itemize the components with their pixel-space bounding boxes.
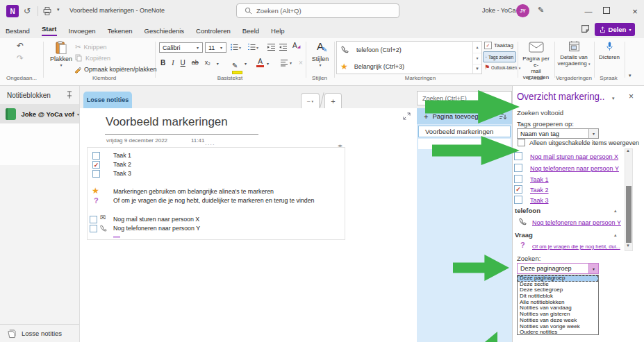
scroll-up-icon[interactable]: ▲ [626, 148, 630, 153]
task-checkbox-2[interactable]: ✓ [92, 161, 100, 169]
show-unchecked-checkbox[interactable] [518, 139, 525, 146]
tag-phone-item[interactable]: telefoon (Ctrl+2) [337, 42, 481, 58]
bullet-list-button[interactable]: ▾ [230, 43, 241, 51]
menu-beeld[interactable]: Beeld [242, 27, 259, 35]
todo-phone-checkbox[interactable] [90, 225, 97, 232]
italic-button[interactable]: I [172, 59, 174, 67]
scope-option-9[interactable]: Oudere notities [518, 330, 598, 336]
menu-invoegen[interactable]: Invoegen [69, 27, 96, 35]
menu-geschiedenis[interactable]: Geschiedenis [145, 27, 185, 35]
task-label-2[interactable]: Taak 2 [113, 161, 131, 168]
font-color-chevron-icon[interactable]: ▾ [267, 61, 269, 66]
tag-group-vraag-item[interactable]: Of om je vragen die je nog hebt, dui... [532, 243, 620, 250]
tag-checkbox-0[interactable] [514, 152, 522, 160]
tag-checkbox-3[interactable]: ✓ [514, 185, 522, 194]
maximize-button[interactable] [603, 7, 610, 14]
note-star-text[interactable]: Markeringen gebruiken om belangrijke ali… [113, 188, 274, 195]
font-name-select[interactable]: Calibri▾ [159, 42, 203, 53]
copy-button[interactable]: Kopiëren [75, 54, 110, 62]
todo-phone-text[interactable]: Nog telefoneren naar persoon Y [113, 225, 200, 232]
paragraph-align-button[interactable]: ▾ [280, 59, 292, 67]
cut-button[interactable]: ✂ Knippen [75, 43, 106, 51]
sidebar-item-notebook[interactable]: Joke @ YoCa vof ▾ [0, 104, 79, 123]
page-title[interactable]: Voorbeeld markeringen [106, 115, 228, 129]
menu-controleren[interactable]: Controleren [196, 27, 231, 35]
numbered-list-button[interactable]: ▾ [247, 43, 258, 51]
collapse-group-telefoon-icon[interactable]: ▴ [614, 208, 617, 214]
share-button[interactable]: Delen ▾ [595, 23, 635, 36]
add-section-tab[interactable]: + [324, 93, 342, 108]
dictate-button[interactable]: Dicteren [596, 40, 622, 75]
tag-link-1[interactable]: Nog telefoneren naar persoon Y [530, 165, 619, 172]
task-label-3[interactable]: Taak 3 [113, 170, 131, 177]
global-search-input[interactable]: Zoeken (Alt+Q) [236, 3, 399, 18]
outlook-tasks-button[interactable]: ⚑ Outlook-taken ▾ [484, 65, 520, 71]
task-tag-button[interactable]: ✓ Taaktag [484, 42, 513, 49]
tag-scroll-down-icon[interactable]: ▾ [473, 53, 481, 65]
tag-link-3[interactable]: Taak 2 [530, 187, 549, 194]
tag-important-item[interactable]: ★ Belangrijk (Ctrl+3) [337, 58, 481, 75]
styles-button[interactable]: A ✎ Stijlen ▾ [308, 40, 333, 75]
tag-checkbox-4[interactable] [514, 196, 522, 204]
underline-button[interactable]: U [181, 59, 185, 67]
meeting-details-button[interactable]: Details van vergadering ▾ [556, 40, 591, 75]
todo-mail-checkbox[interactable] [90, 216, 97, 223]
tag-checkbox-1[interactable] [514, 164, 522, 172]
menu-start[interactable]: Start [42, 25, 57, 36]
todo-mail-text[interactable]: Nog mail sturen naar persoon X [113, 216, 199, 223]
scroll-down-icon[interactable]: ▼ [626, 243, 630, 248]
note-window-icon[interactable] [581, 24, 590, 33]
email-page-button[interactable]: Pagina per e- mail verzenden [520, 40, 552, 75]
quick-access-chevron-icon[interactable]: ▾ [57, 7, 60, 12]
menu-help[interactable]: Help [271, 27, 285, 35]
sidebar-item-loose-notes[interactable]: Losse notities [0, 325, 79, 342]
subscript-button[interactable]: x₂ [205, 59, 210, 66]
note-question-text[interactable]: Of om je vragen die je nog hebt, duideli… [113, 197, 315, 204]
delete-button[interactable]: × [299, 59, 303, 67]
tag-checkbox-2[interactable] [514, 175, 522, 183]
tag-group-telefoon-item[interactable]: Nog telefoneren naar persoon Y [532, 219, 621, 226]
tag-link-2[interactable]: Taak 1 [530, 176, 549, 183]
decrease-indent-button[interactable] [267, 43, 276, 51]
section-nav-tab[interactable]: –▾ [301, 93, 320, 108]
tag-scroll-up-icon[interactable]: ▴ [473, 42, 481, 53]
pin-icon[interactable] [66, 91, 73, 99]
page-list-item-selected[interactable]: Voorbeeld markeringen [418, 126, 511, 137]
tag-link-4[interactable]: Taak 3 [530, 197, 549, 204]
paste-button[interactable]: Plakken ▾ [49, 40, 74, 74]
strikethrough-button[interactable]: ab [192, 59, 199, 66]
avatar[interactable]: JY [516, 4, 529, 17]
scope-select[interactable]: Deze paginagroep ▾ [517, 263, 599, 274]
print-icon[interactable] [42, 6, 52, 16]
task-label-1[interactable]: Taak 1 [113, 152, 131, 159]
redo-button[interactable]: ↷ [17, 53, 24, 63]
find-tags-button[interactable]: Tags zoeken [483, 51, 516, 62]
format-painter-button[interactable]: Opmaak kopiëren/plakken [74, 65, 157, 74]
pane-title-chevron-icon[interactable]: ▾ [612, 96, 615, 101]
note-resize-handle[interactable]: ◂▸ [338, 143, 342, 148]
collapse-group-vraag-icon[interactable]: ▴ [614, 232, 617, 238]
tag-more-icon[interactable]: ▼ [473, 65, 481, 75]
history-icon[interactable]: ↺ [24, 6, 31, 16]
clear-formatting-button[interactable]: A◢ [292, 42, 300, 49]
note-drag-handle[interactable]: ···· [205, 142, 215, 148]
tag-link-0[interactable]: Nog mail sturen naar persoon X [530, 153, 618, 160]
task-checkbox-3[interactable] [92, 170, 100, 178]
group-by-select[interactable]: Naam van tag▾ [517, 128, 599, 139]
bold-button[interactable]: B [160, 59, 165, 67]
close-button[interactable]: × [627, 3, 643, 19]
font-color-button[interactable]: A [256, 58, 264, 67]
menu-tekenen[interactable]: Tekenen [108, 27, 133, 35]
pen-mode-icon[interactable]: ✎ [538, 6, 544, 15]
increase-indent-button[interactable] [279, 43, 288, 51]
undo-button[interactable]: ↶ [17, 41, 24, 51]
section-tab-losse-notities[interactable]: Losse notities [83, 92, 132, 108]
menu-bestand[interactable]: Bestand [6, 27, 30, 35]
expand-page-list-icon[interactable] [403, 112, 411, 120]
highlight-chevron-icon[interactable]: ▾ [245, 61, 247, 66]
minimize-button[interactable]: — [581, 3, 596, 19]
collapse-ribbon-chevron-icon[interactable]: ▾ [629, 73, 631, 78]
highlight-button[interactable]: ✎ [232, 58, 242, 74]
task-checkbox-1[interactable] [92, 152, 100, 160]
font-size-select[interactable]: 11▾ [205, 42, 226, 53]
